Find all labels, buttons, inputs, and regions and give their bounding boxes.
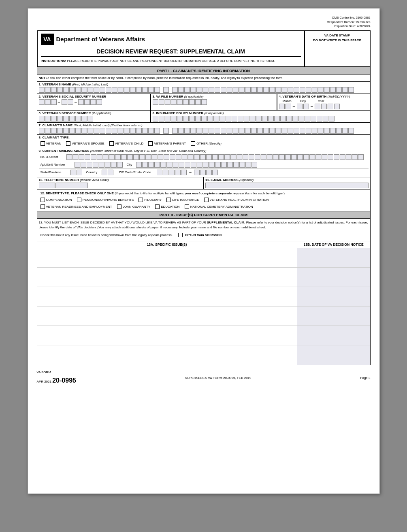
name-box[interactable] (342, 87, 348, 93)
street-box[interactable] (352, 154, 358, 160)
ins-box[interactable] (153, 116, 158, 121)
apt-box[interactable] (75, 162, 80, 168)
claimant-name-box[interactable] (94, 128, 99, 134)
ssn-box[interactable] (51, 99, 57, 105)
name-box[interactable] (251, 87, 257, 93)
name-box[interactable] (336, 87, 342, 93)
zip-box[interactable] (163, 170, 168, 175)
apt-box[interactable] (99, 162, 104, 168)
street-box[interactable] (66, 154, 72, 160)
name-box[interactable] (63, 87, 69, 93)
name-box[interactable] (172, 87, 178, 93)
ssn-box[interactable] (90, 99, 96, 105)
issue-3-date[interactable] (297, 287, 370, 306)
country-box[interactable] (108, 170, 113, 175)
country-box[interactable] (102, 170, 107, 175)
name-box[interactable] (239, 87, 245, 93)
claimant-name-box[interactable] (330, 128, 336, 134)
street-box[interactable] (285, 154, 291, 160)
name-box[interactable] (294, 87, 299, 93)
cb-loan-box[interactable] (117, 204, 121, 209)
apt-box[interactable] (87, 162, 92, 168)
issue-6-date[interactable] (297, 345, 370, 365)
claimant-name-box[interactable] (81, 128, 87, 134)
name-box[interactable] (263, 87, 269, 93)
issue-3-text[interactable] (37, 287, 297, 306)
claimant-name-box[interactable] (184, 128, 190, 134)
claimant-name-box[interactable] (63, 128, 69, 134)
ins-box[interactable] (311, 116, 316, 121)
claimant-name-box[interactable] (130, 128, 136, 134)
service-num-box[interactable] (63, 116, 69, 121)
dob-box[interactable] (279, 104, 285, 109)
street-box[interactable] (212, 154, 218, 160)
ins-box[interactable] (256, 116, 262, 121)
service-num-box[interactable] (81, 116, 87, 121)
name-box[interactable] (330, 87, 336, 93)
ins-box[interactable] (195, 116, 201, 121)
claimant-name-box[interactable] (39, 128, 45, 134)
street-box[interactable] (170, 154, 175, 160)
checkbox-veteran-box[interactable] (40, 141, 45, 146)
tel-area-box[interactable] (39, 183, 55, 188)
va-file-box[interactable] (189, 99, 195, 105)
zip-ext-box[interactable] (206, 170, 212, 175)
service-num-box[interactable] (87, 116, 93, 121)
name-box[interactable] (190, 87, 196, 93)
ins-box[interactable] (329, 116, 335, 121)
tel-num-box[interactable] (55, 183, 88, 188)
street-box[interactable] (182, 154, 188, 160)
city-box[interactable] (197, 162, 202, 168)
name-box[interactable] (94, 87, 99, 93)
claimant-name-box[interactable] (154, 128, 160, 134)
claimant-name-box[interactable] (251, 128, 257, 134)
name-box[interactable] (57, 87, 63, 93)
ssn-box[interactable] (62, 99, 67, 105)
claimant-name-box[interactable] (136, 128, 142, 134)
service-num-box[interactable] (39, 116, 45, 121)
street-box[interactable] (139, 154, 145, 160)
street-box[interactable] (127, 154, 133, 160)
service-num-box[interactable] (69, 116, 75, 121)
dob-box[interactable] (328, 104, 333, 109)
city-box[interactable] (160, 162, 166, 168)
name-box[interactable] (318, 87, 324, 93)
street-box[interactable] (334, 154, 339, 160)
street-box[interactable] (273, 154, 279, 160)
street-box[interactable] (206, 154, 212, 160)
claimant-name-box[interactable] (221, 128, 226, 134)
ins-box[interactable] (232, 116, 237, 121)
claimant-name-box[interactable] (312, 128, 318, 134)
cb-fiduciary-box[interactable] (139, 198, 143, 202)
claimant-name-box[interactable] (318, 128, 324, 134)
claimant-name-box[interactable] (239, 128, 245, 134)
street-box[interactable] (164, 154, 169, 160)
claimant-name-box[interactable] (172, 128, 178, 134)
street-box[interactable] (194, 154, 200, 160)
street-box[interactable] (243, 154, 248, 160)
claimant-name-box[interactable] (233, 128, 239, 134)
ins-box[interactable] (268, 116, 274, 121)
claimant-name-box[interactable] (342, 128, 348, 134)
ins-box[interactable] (323, 116, 328, 121)
ins-box[interactable] (244, 116, 249, 121)
city-box[interactable] (179, 162, 184, 168)
issue-2-date[interactable] (297, 268, 370, 287)
dob-box[interactable] (297, 104, 303, 109)
issue-5-text[interactable] (37, 326, 297, 345)
name-box[interactable] (118, 87, 124, 93)
claimant-name-box[interactable] (45, 128, 51, 134)
name-box[interactable] (124, 87, 130, 93)
claimant-name-box[interactable] (148, 128, 154, 134)
va-file-box[interactable] (183, 99, 189, 105)
cb-vha-box[interactable] (204, 198, 209, 202)
name-box[interactable] (148, 87, 154, 93)
ins-box[interactable] (262, 116, 268, 121)
name-box[interactable] (324, 87, 330, 93)
name-box[interactable] (245, 87, 251, 93)
street-box[interactable] (218, 154, 224, 160)
city-box[interactable] (185, 162, 190, 168)
street-box[interactable] (255, 154, 260, 160)
name-box[interactable] (154, 87, 160, 93)
name-box[interactable] (221, 87, 226, 93)
